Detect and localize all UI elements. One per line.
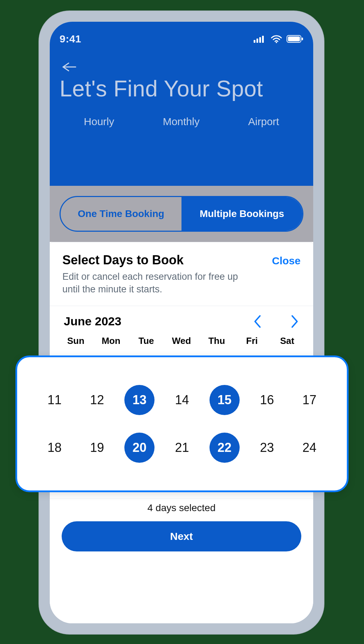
calendar-day[interactable]: 18 [33, 433, 76, 463]
tab-monthly[interactable]: Monthly [160, 114, 202, 130]
phone-frame: 9:41 Le [39, 11, 324, 635]
battery-icon [287, 35, 303, 43]
svg-rect-7 [302, 38, 303, 40]
svg-rect-1 [256, 39, 258, 43]
dow-mon: Mon [94, 335, 129, 346]
svg-rect-3 [262, 36, 264, 43]
calendar-day[interactable]: 17 [288, 385, 331, 415]
selection-caption: 4 days selected [50, 499, 313, 516]
toggle-one-time[interactable]: One Time Booking [61, 197, 181, 231]
calendar-day[interactable]: 15 [203, 385, 246, 415]
calendar-week: 11121314151617 [33, 381, 331, 419]
svg-rect-2 [259, 37, 261, 43]
month-label: June 2023 [64, 314, 121, 328]
calendar-day[interactable]: 24 [288, 433, 331, 463]
app-header: 9:41 Le [50, 22, 313, 194]
booking-mode-bar: One Time Booking Multiple Bookings [50, 186, 313, 242]
prev-month-button[interactable] [253, 314, 262, 328]
wifi-icon [270, 35, 282, 43]
toggle-multiple[interactable]: Multiple Bookings [181, 197, 302, 231]
sheet-subtitle: Edit or cancel each reservation for free… [62, 270, 245, 296]
dow-thu: Thu [199, 335, 234, 346]
page-title: Let's Find Your Spot [60, 76, 303, 102]
booking-mode-toggle[interactable]: One Time Booking Multiple Bookings [60, 196, 303, 232]
category-tabs: Hourly Monthly Airport [60, 114, 303, 130]
svg-point-4 [276, 42, 277, 43]
tab-airport[interactable]: Airport [245, 114, 282, 130]
calendar-day[interactable]: 14 [161, 385, 203, 415]
signal-icon [254, 35, 266, 43]
calendar-day[interactable]: 16 [246, 385, 288, 415]
status-time: 9:41 [60, 33, 81, 45]
calendar-day[interactable]: 11 [33, 385, 76, 415]
status-bar: 9:41 [60, 29, 303, 48]
dow-sun: Sun [58, 335, 94, 346]
status-icons [254, 35, 303, 43]
calendar-day[interactable]: 12 [76, 385, 118, 415]
calendar-week: 18192021222324 [33, 428, 331, 467]
back-button[interactable] [62, 62, 303, 72]
calendar-day[interactable]: 23 [246, 433, 288, 463]
calendar-day[interactable]: 19 [76, 433, 118, 463]
svg-rect-6 [288, 36, 300, 41]
dow-tue: Tue [129, 335, 164, 346]
dow-sat: Sat [269, 335, 305, 346]
screen: 9:41 Le [50, 22, 313, 623]
sheet-title: Select Days to Book [62, 253, 245, 267]
svg-rect-0 [254, 40, 255, 43]
selected-weeks-overlay: 11121314151617 18192021222324 [15, 355, 349, 492]
dow-fri: Fri [234, 335, 270, 346]
next-button[interactable]: Next [62, 521, 301, 551]
dow-wed: Wed [164, 335, 199, 346]
next-month-button[interactable] [290, 314, 299, 328]
day-of-week-header: Sun Mon Tue Wed Thu Fri Sat [50, 328, 313, 346]
tab-hourly[interactable]: Hourly [81, 114, 117, 130]
close-button[interactable]: Close [272, 253, 301, 267]
calendar-day[interactable]: 13 [118, 385, 161, 415]
calendar-day[interactable]: 20 [118, 433, 161, 463]
calendar-day[interactable]: 22 [203, 433, 246, 463]
calendar-day[interactable]: 21 [161, 433, 203, 463]
